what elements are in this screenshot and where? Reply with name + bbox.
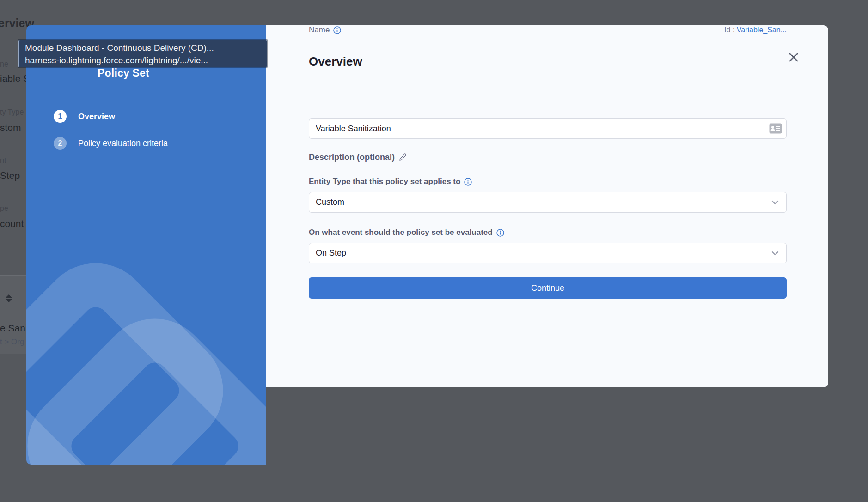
name-input[interactable] bbox=[309, 118, 787, 139]
name-label: Name bbox=[309, 25, 330, 35]
step-label: Policy evaluation criteria bbox=[78, 139, 168, 148]
background-type-label: pe bbox=[0, 204, 8, 213]
chevron-down-icon bbox=[771, 251, 779, 256]
tooltip-url: harness-io.lightning.force.com/lightning… bbox=[25, 54, 261, 67]
step-label: Overview bbox=[78, 112, 115, 122]
entity-id-link[interactable]: Variable_San... bbox=[737, 26, 787, 34]
wizard-step-overview[interactable]: 1 Overview bbox=[54, 110, 115, 123]
entity-id: Id : Variable_San... bbox=[724, 26, 787, 34]
description-label: Description (optional) bbox=[309, 153, 395, 162]
screen: erview ne iable S ty Type stom nt Step p… bbox=[0, 0, 868, 502]
background-entity-value: stom bbox=[0, 122, 21, 133]
policy-set-wizard-sidebar: Policy Set 1 Overview 2 Policy evaluatio… bbox=[26, 25, 266, 465]
contact-card-autofill-icon[interactable] bbox=[769, 123, 782, 134]
tooltip-title: Module Dashboard - Continuous Delivery (… bbox=[25, 42, 261, 54]
background-name-label: ne bbox=[0, 60, 8, 68]
overview-form-panel: Overview Name Id : Variable_San... bbox=[266, 25, 828, 387]
info-icon[interactable] bbox=[464, 178, 472, 186]
continue-button[interactable]: Continue bbox=[309, 277, 787, 299]
id-prefix: Id : bbox=[724, 26, 734, 34]
link-preview-tooltip: Module Dashboard - Continuous Delivery (… bbox=[18, 40, 267, 67]
chevron-down-icon bbox=[771, 200, 779, 205]
event-label: On what event should the policy set be e… bbox=[309, 228, 493, 237]
entity-type-row: Entity Type that this policy set applies… bbox=[309, 177, 472, 186]
name-label-row: Name Id : Variable_San... bbox=[309, 25, 787, 35]
wizard-step-policy-evaluation-criteria[interactable]: 2 Policy evaluation criteria bbox=[54, 137, 168, 150]
entity-type-value: Custom bbox=[316, 197, 344, 207]
background-name-value: iable S bbox=[0, 73, 30, 84]
sort-icon bbox=[6, 294, 12, 302]
form-content: Name Id : Variable_San... bbox=[309, 25, 787, 387]
description-row: Description (optional) bbox=[309, 153, 407, 162]
event-value: On Step bbox=[316, 248, 346, 258]
background-entity-label: ty Type bbox=[0, 108, 24, 116]
step-number-badge: 1 bbox=[54, 110, 67, 123]
info-icon[interactable] bbox=[333, 26, 341, 34]
background-event-value: Step bbox=[0, 170, 20, 181]
close-icon bbox=[789, 52, 799, 62]
event-row: On what event should the policy set be e… bbox=[309, 228, 504, 237]
info-icon[interactable] bbox=[496, 229, 504, 237]
event-select[interactable]: On Step bbox=[309, 243, 787, 263]
entity-type-select[interactable]: Custom bbox=[309, 192, 787, 213]
close-button[interactable] bbox=[788, 51, 800, 63]
entity-type-label: Entity Type that this policy set applies… bbox=[309, 177, 460, 186]
background-event-label: nt bbox=[0, 156, 6, 165]
background-row-scope: t > Org bbox=[0, 337, 24, 347]
edit-description-icon[interactable] bbox=[398, 153, 407, 162]
background-account-value: count : bbox=[0, 218, 29, 229]
background-row-name: e Sani bbox=[0, 323, 28, 334]
step-number-badge: 2 bbox=[54, 137, 67, 150]
wizard-title: Policy Set bbox=[26, 67, 220, 80]
